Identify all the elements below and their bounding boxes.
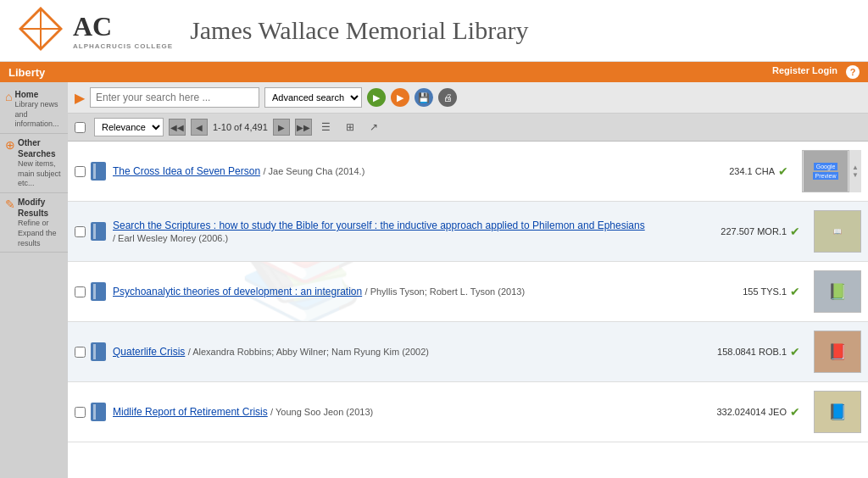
header: AC ALPHACRUCIS COLLEGE James Wallace Mem… bbox=[0, 0, 868, 62]
book-call-3: 155 TYS.1 ✔ bbox=[743, 285, 800, 298]
search-bar: ▶ Advanced search ▶ ▶ 💾 🖨 bbox=[68, 82, 868, 114]
book-thumbnail-5: 📘 bbox=[814, 391, 861, 433]
table-row: The Cross Idea of Seven Person / Jae Seu… bbox=[68, 142, 868, 202]
table-row: Quaterlife Crisis / Alexandra Robbins; A… bbox=[68, 322, 868, 382]
book-title-4[interactable]: Quaterlife Crisis bbox=[113, 346, 185, 358]
book-icon-4 bbox=[91, 342, 106, 361]
home-icon: ⌂ bbox=[5, 90, 12, 103]
availability-icon-2: ✔ bbox=[790, 225, 800, 238]
table-row: Search the Scriptures : how to study the… bbox=[68, 202, 868, 262]
book-title-1[interactable]: The Cross Idea of Seven Person bbox=[113, 165, 260, 177]
availability-icon-1: ✔ bbox=[778, 164, 788, 178]
sidebar-item-other-searches[interactable]: ⊕ Other Searches New items, main subject… bbox=[0, 134, 68, 193]
sidebar-home-label: Home bbox=[14, 89, 63, 100]
book-icon-2 bbox=[91, 222, 106, 241]
book-details-1: The Cross Idea of Seven Person / Jae Seu… bbox=[113, 165, 729, 177]
book-icon-3 bbox=[91, 282, 106, 301]
availability-icon-3: ✔ bbox=[790, 285, 800, 298]
sidebar-modify-label: Modify Results bbox=[18, 197, 63, 219]
book-checkbox-1[interactable] bbox=[75, 166, 86, 177]
orange-nav-bar: Liberty Register Login ? bbox=[0, 62, 868, 82]
scroll-area[interactable]: ▲ ▼ bbox=[849, 150, 861, 192]
select-all-checkbox[interactable] bbox=[75, 122, 86, 133]
brand-label: Liberty bbox=[8, 66, 45, 79]
prev-button[interactable]: ◀ bbox=[191, 119, 208, 136]
sidebar: ⌂ Home Library news and information... ⊕… bbox=[0, 82, 68, 478]
list-view-icon[interactable]: ☰ bbox=[317, 118, 336, 136]
book-title-5[interactable]: Midlife Report of Retirement Crisis bbox=[113, 406, 268, 418]
table-row: Psychoanalytic theories of development :… bbox=[68, 262, 868, 322]
results-count: 1-10 of 4,491 bbox=[213, 122, 268, 132]
book-meta-2: / Earl Wesley Morey (2006.) bbox=[113, 233, 721, 243]
export-icon[interactable]: ↗ bbox=[364, 118, 383, 136]
search-type-dropdown[interactable]: Advanced search bbox=[264, 87, 362, 108]
book-details-5: Midlife Report of Retirement Crisis / Yo… bbox=[113, 406, 716, 418]
book-call-1: 234.1 CHA ✔ bbox=[729, 164, 788, 178]
prev-first-button[interactable]: ◀◀ bbox=[169, 119, 186, 136]
table-row: Midlife Report of Retirement Crisis / Yo… bbox=[68, 382, 868, 442]
book-call-5: 332.024014 JEO ✔ bbox=[716, 405, 800, 419]
book-meta-1: / Jae Seung Cha (2014.) bbox=[263, 166, 364, 176]
book-checkbox-2[interactable] bbox=[75, 226, 86, 237]
sidebar-home-desc: Library news and information... bbox=[14, 100, 63, 130]
logo-ac: AC bbox=[73, 11, 112, 42]
book-call-2: 227.507 MOR.1 ✔ bbox=[721, 225, 800, 238]
sidebar-searches-desc: New items, main subject etc... bbox=[18, 159, 63, 189]
book-thumbnail-3: 📗 bbox=[814, 270, 861, 313]
book-checkbox-5[interactable] bbox=[75, 407, 86, 418]
results-bar: Relevance ◀◀ ◀ 1-10 of 4,491 ▶ ▶▶ ☰ ⊞ ↗ bbox=[68, 114, 868, 142]
logo-subtitle: ALPHACRUCIS COLLEGE bbox=[73, 42, 173, 50]
modify-icon: ✎ bbox=[5, 197, 15, 211]
book-meta-3: / Phyllis Tyson; Robert L. Tyson (2013) bbox=[365, 286, 526, 297]
search-option2-button[interactable]: ▶ bbox=[391, 88, 409, 107]
book-list: 📚 The Cross Idea of Seven Person / Jae S… bbox=[68, 142, 868, 442]
search-icon: ⊕ bbox=[5, 138, 15, 152]
next-last-button[interactable]: ▶▶ bbox=[295, 119, 312, 136]
book-checkbox-4[interactable] bbox=[75, 347, 86, 358]
book-thumbnail-1: Google Preview bbox=[802, 150, 849, 192]
logo-area: AC ALPHACRUCIS COLLEGE bbox=[17, 7, 173, 54]
register-login-link[interactable]: Register Login bbox=[772, 65, 837, 79]
book-checkbox-3[interactable] bbox=[75, 286, 86, 297]
main-layout: ⌂ Home Library news and information... ⊕… bbox=[0, 82, 868, 478]
search-input[interactable] bbox=[90, 87, 259, 108]
book-title-3[interactable]: Psychoanalytic theories of development :… bbox=[113, 286, 362, 297]
book-details-2: Search the Scriptures : how to study the… bbox=[113, 220, 721, 243]
book-title-2[interactable]: Search the Scriptures : how to study the… bbox=[113, 220, 645, 231]
book-icon-1 bbox=[91, 162, 106, 181]
search-arrow-icon: ▶ bbox=[75, 90, 85, 106]
search-print-button[interactable]: 🖨 bbox=[438, 88, 457, 107]
sidebar-item-home[interactable]: ⌂ Home Library news and information... bbox=[0, 86, 68, 134]
search-save-button[interactable]: 💾 bbox=[415, 88, 433, 107]
book-thumbnail-4: 📕 bbox=[814, 331, 861, 373]
book-thumbnail-2: 📖 bbox=[814, 210, 861, 253]
book-icon-5 bbox=[91, 403, 106, 421]
next-button[interactable]: ▶ bbox=[273, 119, 290, 136]
help-icon[interactable]: ? bbox=[846, 65, 860, 79]
book-meta-4: / Alexandra Robbins; Abby Wilner; Nam Ry… bbox=[188, 347, 429, 357]
content-area: ▶ Advanced search ▶ ▶ 💾 🖨 Relevance ◀◀ ◀… bbox=[68, 82, 868, 478]
sidebar-searches-label: Other Searches bbox=[18, 137, 63, 159]
book-meta-5: / Young Soo Jeon (2013) bbox=[270, 407, 373, 417]
sidebar-modify-desc: Refine or Expand the results bbox=[18, 219, 63, 248]
grid-view-icon[interactable]: ⊞ bbox=[341, 118, 359, 136]
sidebar-item-modify-results[interactable]: ✎ Modify Results Refine or Expand the re… bbox=[0, 193, 68, 253]
availability-icon-5: ✔ bbox=[790, 405, 800, 419]
book-details-3: Psychoanalytic theories of development :… bbox=[113, 286, 743, 297]
sort-dropdown[interactable]: Relevance bbox=[94, 118, 164, 136]
book-details-4: Quaterlife Crisis / Alexandra Robbins; A… bbox=[113, 346, 717, 358]
library-title: James Wallace Memorial Library bbox=[190, 16, 528, 45]
logo-icon bbox=[19, 7, 63, 54]
book-call-4: 158.0841 ROB.1 ✔ bbox=[717, 345, 800, 358]
header-links: Register Login ? bbox=[772, 65, 860, 79]
availability-icon-4: ✔ bbox=[790, 345, 800, 358]
search-go-button[interactable]: ▶ bbox=[367, 88, 386, 107]
